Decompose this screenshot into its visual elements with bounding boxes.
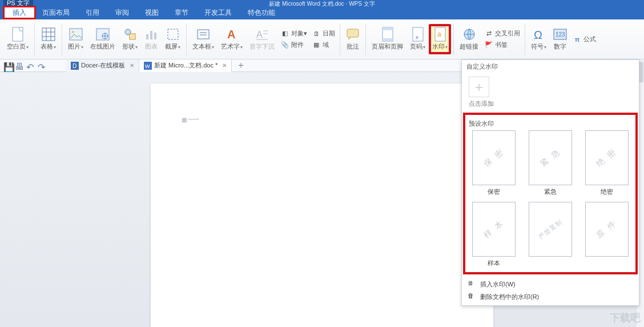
svg-rect-16 (198, 30, 209, 39)
svg-text:A: A (227, 28, 235, 41)
app-name: PS 文字 (3, 0, 33, 6)
preset-top-secret[interactable]: 绝 密 绝密 (585, 130, 629, 196)
page-number-icon: # (411, 27, 425, 41)
wordart-button[interactable]: A 艺术字▾ (218, 26, 246, 52)
field-button[interactable]: ▦域 (309, 40, 337, 50)
insert-watermark-icon: 🗎 (468, 280, 477, 289)
screenshot-icon (166, 27, 180, 41)
symbol-button[interactable]: Ω 符号▾ (528, 26, 550, 52)
bookmark-button[interactable]: 🚩书签 (482, 40, 522, 50)
header-footer-icon (381, 27, 395, 41)
remove-watermark-menuitem[interactable]: 🗑 删除文档中的水印(R) (466, 290, 634, 303)
online-picture-button[interactable]: 在线图片 (87, 26, 119, 52)
picture-icon (69, 27, 83, 41)
hyperlink-button[interactable]: 超链接 (456, 26, 482, 52)
add-watermark-button[interactable]: ＋ (469, 77, 489, 97)
new-tab-button[interactable]: ＋ (232, 59, 250, 71)
watermark-button[interactable]: a 水印▾ (429, 24, 451, 54)
cross-ref-icon: ⇄ (484, 29, 493, 38)
object-icon: ◧ (280, 29, 289, 38)
redo-icon[interactable]: ↷ (38, 62, 46, 70)
svg-rect-13 (150, 31, 152, 39)
comment-icon (346, 27, 360, 41)
svg-rect-26 (383, 27, 393, 30)
menu-references[interactable]: 引用 (78, 6, 107, 19)
svg-point-7 (72, 31, 74, 33)
menu-page-layout[interactable]: 页面布局 (34, 6, 78, 19)
undo-icon[interactable]: ↶ (26, 62, 34, 70)
svg-rect-6 (70, 29, 82, 40)
comment-button[interactable]: 批注 (343, 26, 363, 52)
online-picture-icon (96, 27, 110, 41)
remove-watermark-icon: 🗑 (468, 292, 477, 301)
svg-text:123: 123 (556, 31, 565, 38)
date-button[interactable]: 🗓日期 (309, 29, 337, 39)
bookmark-icon: 🚩 (484, 41, 493, 50)
shapes-icon (123, 27, 137, 41)
tab-document[interactable]: W 新建 Micro...文档.doc * ✕ (139, 59, 232, 72)
number-icon: 123 (553, 27, 567, 41)
attachment-icon: 📎 (280, 41, 289, 50)
preset-no-copy[interactable]: 严禁复制 (529, 202, 572, 268)
svg-text:A: A (256, 30, 263, 39)
close-icon[interactable]: ✕ (222, 62, 227, 69)
word-doc-icon: W (144, 62, 152, 70)
formula-icon: π (573, 35, 582, 44)
close-icon[interactable]: ✕ (130, 62, 134, 69)
svg-text:Ω: Ω (534, 29, 542, 41)
table-button[interactable]: 表格▾ (37, 26, 59, 52)
dropcap-icon: A (255, 27, 269, 41)
page-icon (11, 27, 25, 41)
print-icon[interactable]: 🖶 (15, 62, 23, 70)
object-button[interactable]: ◧对象 ▾ (278, 29, 309, 39)
textbox-button[interactable]: 文本框▾ (189, 26, 218, 52)
cross-ref-button[interactable]: ⇄交叉引用 (482, 29, 522, 39)
svg-rect-27 (383, 38, 393, 41)
dropcap-button[interactable]: A 首字下沉 (246, 26, 278, 52)
add-watermark-label: 点击添加 (469, 99, 494, 108)
header-footer-button[interactable]: 页眉和页脚 (368, 26, 406, 52)
document-page[interactable]: ▦ (151, 83, 493, 327)
table-icon (42, 27, 55, 41)
shapes-button[interactable]: 形状▾ (119, 26, 141, 52)
svg-rect-15 (168, 29, 178, 39)
insert-watermark-menuitem[interactable]: 🗎 插入水印(W) (466, 278, 634, 290)
preset-sample[interactable]: 样 本 样本 (472, 202, 516, 268)
site-watermark: 下载吧 (610, 311, 641, 325)
attachment-button[interactable]: 📎附件 (278, 40, 309, 50)
preset-original[interactable]: 原 件 (585, 202, 629, 268)
save-icon[interactable]: 💾 (3, 62, 11, 70)
svg-text:W: W (145, 63, 150, 69)
number-button[interactable]: 123 数字 (550, 26, 570, 52)
watermark-icon: a (433, 27, 447, 41)
svg-rect-14 (154, 33, 156, 39)
ribbon-insert: 空白页▾ 表格▾ 图片▾ 在线图片 形状▾ 图表 截屏▾ 文本框▾ A 艺术字▾… (0, 19, 644, 59)
chart-button[interactable]: 图表 (141, 26, 162, 52)
title-doc-name: 新建 Microsoft Word 文档.doc · WPS 文字 (269, 0, 375, 8)
watermark-dropdown: 自定义水印 ＋ 点击添加 预设水印 保 密 保密 紧 急 紧急 绝 密 绝密 样… (461, 59, 639, 306)
menu-dev-tools[interactable]: 开发工具 (196, 6, 240, 19)
tab-docer[interactable]: D Docer-在线模板 ✕ (66, 59, 139, 72)
svg-rect-24 (347, 29, 359, 37)
hyperlink-icon (462, 27, 476, 41)
docer-icon: D (71, 62, 79, 70)
page-number-button[interactable]: # 页码▾ (406, 26, 429, 52)
svg-rect-0 (13, 27, 23, 41)
preset-confidential[interactable]: 保 密 保密 (472, 130, 516, 196)
svg-text:D: D (73, 63, 77, 69)
menu-review[interactable]: 审阅 (107, 6, 137, 19)
cursor-indicator: ▦ (182, 117, 199, 123)
wordart-icon: A (225, 27, 239, 41)
screenshot-button[interactable]: 截屏▾ (162, 26, 184, 52)
blank-page-button[interactable]: 空白页▾ (3, 26, 32, 52)
menu-view[interactable]: 视图 (137, 6, 167, 19)
picture-button[interactable]: 图片▾ (65, 26, 87, 52)
symbol-icon: Ω (532, 27, 546, 41)
formula-button[interactable]: π公式 (570, 34, 598, 45)
menu-sections[interactable]: 章节 (167, 6, 196, 19)
textbox-icon (196, 27, 210, 41)
chart-icon (144, 27, 158, 41)
preset-urgent[interactable]: 紧 急 紧急 (529, 130, 572, 196)
menu-insert[interactable]: 插入 (3, 6, 36, 19)
svg-rect-1 (42, 28, 55, 41)
